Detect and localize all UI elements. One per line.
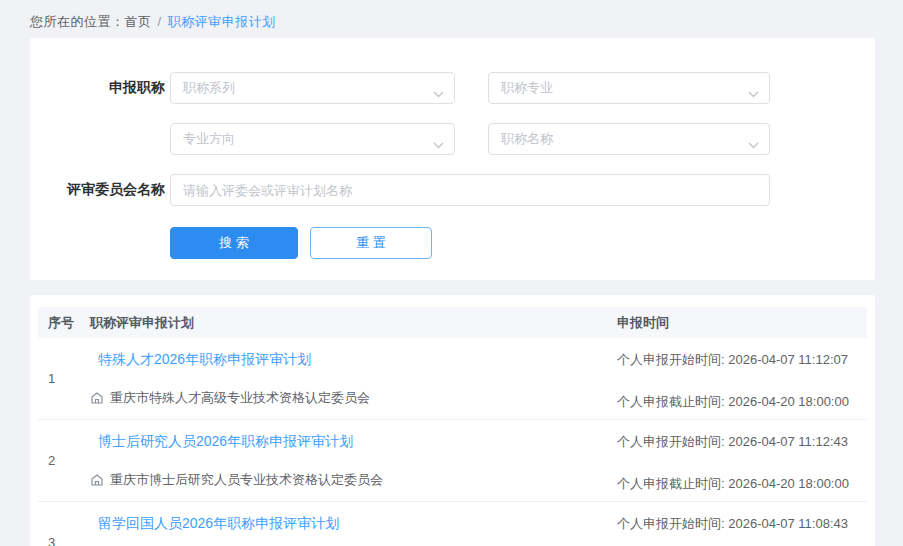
title-series-select[interactable]: 职称系列 (170, 72, 455, 104)
committee-name-label: 评审委员会名称 (30, 181, 165, 199)
table-row: 1 特殊人才2026年职称申报评审计划 重庆市特殊人才高级专业技术资格认定委员会… (38, 338, 867, 420)
row-time-cell: 个人申报开始时间: 2026-04-07 11:12:43 个人申报截止时间: … (617, 420, 867, 501)
breadcrumb-home-link[interactable]: 首页 (125, 14, 152, 29)
plan-table-card: 序号 职称评审申报计划 申报时间 1 特殊人才2026年职称申报评审计划 重庆市… (30, 295, 875, 546)
row-plan-cell: 特殊人才2026年职称申报评审计划 重庆市特殊人才高级专业技术资格认定委员会 (90, 338, 617, 419)
plan-title-link[interactable]: 留学回国人员2026年职称申报评审计划 (98, 515, 339, 533)
start-time-text: 个人申报开始时间: 2026-04-07 11:12:07 (617, 351, 867, 369)
chevron-down-icon (433, 86, 444, 101)
form-row-buttons: 搜 索 重 置 (30, 227, 875, 259)
committee-name: 重庆市特殊人才高级专业技术资格认定委员会 (110, 389, 370, 407)
search-button[interactable]: 搜 索 (170, 227, 298, 259)
title-major-select[interactable]: 职称专业 (488, 72, 770, 104)
chevron-down-icon (748, 86, 759, 101)
chevron-down-icon (748, 137, 759, 152)
title-major-placeholder: 职称专业 (501, 79, 553, 97)
row-time-cell: 个人申报开始时间: 2026-04-07 11:12:07 个人申报截止时间: … (617, 338, 867, 419)
search-form-card: 申报职称 职称系列 职称专业 专业方向 职称名称 评审委员会名称 搜 索 重 置 (30, 38, 875, 280)
start-time-text: 个人申报开始时间: 2026-04-07 11:12:43 (617, 433, 867, 451)
declare-title-label: 申报职称 (30, 79, 165, 97)
row-time-cell: 个人申报开始时间: 2026-04-07 11:08:43 个人申报截止时间: … (617, 502, 867, 546)
major-direction-placeholder: 专业方向 (183, 130, 235, 148)
reset-button[interactable]: 重 置 (310, 227, 432, 259)
title-series-placeholder: 职称系列 (183, 79, 235, 97)
table-header: 序号 职称评审申报计划 申报时间 (38, 307, 867, 338)
committee-line: 重庆市特殊人才高级专业技术资格认定委员会 (90, 389, 617, 407)
plan-title-link[interactable]: 特殊人才2026年职称申报评审计划 (98, 351, 311, 369)
major-direction-select[interactable]: 专业方向 (170, 123, 455, 155)
breadcrumb-prefix: 您所在的位置： (30, 14, 125, 29)
breadcrumb-current: 职称评审申报计划 (168, 14, 276, 29)
committee-line: 重庆市博士后研究人员专业技术资格认定委员会 (90, 471, 617, 489)
chevron-down-icon (433, 137, 444, 152)
end-time-text: 个人申报截止时间: 2026-04-20 18:00:00 (617, 475, 867, 493)
header-time: 申报时间 (617, 314, 867, 332)
start-time-text: 个人申报开始时间: 2026-04-07 11:08:43 (617, 515, 867, 533)
header-index: 序号 (48, 314, 90, 332)
office-building-icon (90, 391, 104, 405)
end-time-text: 个人申报截止时间: 2026-04-20 18:00:00 (617, 393, 867, 411)
row-plan-cell: 博士后研究人员2026年职称申报评审计划 重庆市博士后研究人员专业技术资格认定委… (90, 420, 617, 501)
breadcrumb-separator: / (158, 14, 162, 29)
form-row-committee: 评审委员会名称 (30, 174, 875, 206)
title-name-select[interactable]: 职称名称 (488, 123, 770, 155)
office-building-icon (90, 473, 104, 487)
row-index: 3 (48, 502, 90, 546)
committee-name: 重庆市博士后研究人员专业技术资格认定委员会 (110, 471, 383, 489)
row-index: 2 (48, 420, 90, 501)
table-row: 3 留学回国人员2026年职称申报评审计划 重庆市留学回国人员专业技术资格认定委… (38, 502, 867, 546)
title-name-placeholder: 职称名称 (501, 130, 553, 148)
header-plan: 职称评审申报计划 (90, 314, 617, 332)
row-plan-cell: 留学回国人员2026年职称申报评审计划 重庆市留学回国人员专业技术资格认定委员会 (90, 502, 617, 546)
form-row-title: 申报职称 职称系列 职称专业 (30, 72, 875, 104)
plan-title-link[interactable]: 博士后研究人员2026年职称申报评审计划 (98, 433, 353, 451)
breadcrumb: 您所在的位置：首页/职称评审申报计划 (0, 0, 903, 31)
row-index: 1 (48, 338, 90, 419)
committee-name-input[interactable] (170, 174, 770, 206)
form-row-title-2: 专业方向 职称名称 (30, 123, 875, 155)
table-row: 2 博士后研究人员2026年职称申报评审计划 重庆市博士后研究人员专业技术资格认… (38, 420, 867, 502)
